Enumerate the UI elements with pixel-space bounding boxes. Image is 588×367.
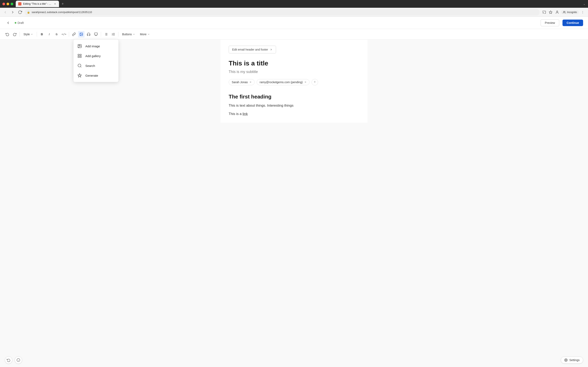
draft-badge: Draft [15,21,24,25]
more-browser-btn[interactable]: ⋮ [580,9,586,15]
buttons-label: Buttons [122,33,132,36]
add-author-btn[interactable]: + [311,79,318,85]
editor-wrapper: Edit email header and footer This is a t… [0,40,588,367]
image-btn[interactable] [78,31,85,38]
add-gallery-icon [77,53,82,59]
generate-item[interactable]: Generate [73,71,118,80]
maximize-window-btn[interactable] [11,3,13,5]
browser-actions: Incognito ⋮ [541,9,586,15]
author-tag-0[interactable]: Sarah Jonas ✕ [229,79,255,85]
svg-point-19 [79,45,79,46]
section-heading-1[interactable]: The first heading [229,94,359,100]
preview-btn[interactable]: Preview [541,19,559,26]
reload-btn[interactable] [17,9,23,15]
search-label: Search [85,64,95,67]
tab-bar: Editing "This is a title" - Subst... ✕ + [16,1,583,7]
bullet-list-btn[interactable] [103,31,109,38]
svg-point-2 [557,11,558,12]
generate-label: Generate [85,74,98,77]
more-chevron-icon [147,33,150,35]
back-btn[interactable] [5,20,11,26]
buttons-dropdown[interactable]: Buttons [120,32,137,37]
svg-point-26 [78,64,81,67]
link-btn[interactable] [71,31,77,38]
history-btn[interactable] [5,356,12,364]
bookmark-btn[interactable] [548,9,553,15]
audio-btn[interactable] [85,31,92,38]
app-header: Draft Preview Continue [0,17,588,29]
search-icon [77,63,82,68]
lock-icon: 🔒 [27,11,30,14]
svg-rect-22 [78,54,79,55]
toolbar: Style B I S </> [0,29,588,40]
author-name-0: Sarah Jonas [232,81,248,84]
svg-line-27 [80,67,81,67]
style-chevron-icon [31,33,33,35]
section-link-text[interactable]: This is a link [229,111,359,117]
settings-icon [564,359,568,362]
svg-rect-6 [95,33,98,35]
redo-btn[interactable] [11,31,18,38]
traffic-lights [2,3,13,5]
undo-btn[interactable] [4,31,11,38]
email-header-chevron-icon [270,48,273,51]
author-tag-1[interactable]: ramy@rocketgems.com (pending) ✕ [257,79,310,85]
separator-3 [69,32,69,37]
draft-label: Draft [17,21,24,25]
more-dropdown[interactable]: More [138,32,152,37]
svg-rect-25 [80,56,81,58]
add-gallery-label: Add gallery [85,54,101,58]
add-image-icon [77,43,82,49]
cast-btn[interactable] [541,9,547,15]
bottom-left-actions [5,356,22,364]
generate-icon [77,73,82,78]
new-tab-btn[interactable]: + [60,1,66,7]
tab-close-btn[interactable]: ✕ [53,2,57,6]
code-btn[interactable]: </> [61,31,67,38]
strikethrough-btn[interactable]: S [53,31,60,38]
add-gallery-item[interactable]: Add gallery [73,51,118,61]
editor-content[interactable]: Edit email header and footer This is a t… [221,40,367,123]
image-dropdown-menu: Add image Add gallery [73,40,118,82]
email-header-btn[interactable]: Edit email header and footer [229,46,276,53]
bold-btn[interactable]: B [39,31,45,38]
svg-rect-23 [80,54,81,55]
window-controls[interactable]: ⌄ [583,2,586,6]
authors-row: Sarah Jonas ✕ ramy@rocketgems.com (pendi… [229,79,359,85]
url-text: sarahjonas1.substack.com/publish/post/11… [32,11,92,14]
separator-2 [37,32,37,37]
style-label: Style [24,33,30,36]
incognito-label: Incognito [567,11,577,14]
profile-btn[interactable] [554,9,560,15]
add-image-label: Add image [85,44,100,48]
search-item[interactable]: Search [73,61,118,71]
post-subtitle[interactable]: This is my subtitle [229,70,359,74]
post-title[interactable]: This is a title [229,59,359,68]
close-window-btn[interactable] [2,3,5,5]
forward-nav-btn[interactable] [10,9,16,15]
inline-link[interactable]: link [242,112,248,116]
italic-btn[interactable]: I [46,31,52,38]
author-remove-btn-0[interactable]: ✕ [250,81,251,83]
settings-btn[interactable]: Settings [561,357,583,364]
add-image-item[interactable]: Add image [73,41,118,51]
email-header-label: Edit email header and footer [232,48,268,51]
style-dropdown[interactable]: Style [21,32,35,37]
author-name-1: ramy@rocketgems.com (pending) [260,81,303,84]
draft-dot [15,22,16,24]
embed-btn[interactable] [93,31,99,38]
author-remove-btn-1[interactable]: ✕ [304,81,306,83]
svg-point-3 [563,11,564,12]
svg-rect-24 [78,56,79,58]
info-btn[interactable] [15,356,22,364]
back-nav-btn[interactable] [2,9,8,15]
section-text-1[interactable]: This is text about things. Interesting t… [229,103,359,108]
minimize-window-btn[interactable] [7,3,9,5]
separator-4 [101,32,101,37]
ordered-list-btn[interactable] [110,31,117,38]
address-bar[interactable]: 🔒 sarahjonas1.substack.com/publish/post/… [25,9,540,16]
active-tab[interactable]: Editing "This is a title" - Subst... ✕ [16,1,59,7]
svg-point-5 [80,33,81,34]
continue-btn[interactable]: Continue [562,20,583,26]
svg-marker-1 [549,11,552,13]
